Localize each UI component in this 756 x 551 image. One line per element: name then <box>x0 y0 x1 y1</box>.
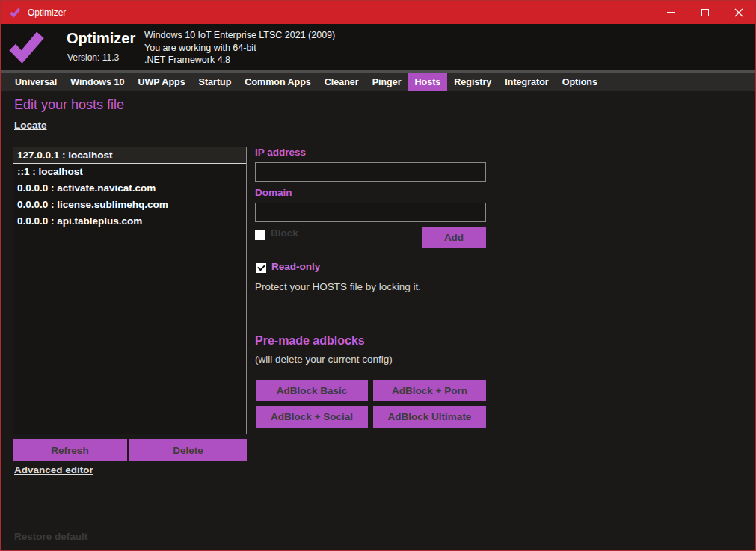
system-info-arch: You are working with 64-bit <box>144 42 335 55</box>
tab-universal[interactable]: Universal <box>8 73 64 91</box>
readonly-checkbox[interactable] <box>256 263 266 273</box>
refresh-button[interactable]: Refresh <box>13 439 127 461</box>
tab-integrator[interactable]: Integrator <box>498 73 555 91</box>
system-info-os: Windows 10 IoT Enterprise LTSC 2021 (200… <box>144 29 335 42</box>
window-title: Optimizer <box>28 7 66 18</box>
readonly-description: Protect your HOSTS file by locking it. <box>255 281 421 292</box>
close-button[interactable] <box>722 1 755 24</box>
list-item[interactable]: 0.0.0.0 : api.tableplus.com <box>13 213 246 230</box>
adblock-porn-button[interactable]: AdBlock + Porn <box>373 380 486 401</box>
list-item[interactable]: 127.0.0.1 : localhost <box>13 147 246 164</box>
ip-address-input[interactable] <box>255 162 486 182</box>
system-info: Windows 10 IoT Enterprise LTSC 2021 (200… <box>144 29 335 67</box>
adblock-basic-button[interactable]: AdBlock Basic <box>256 380 368 401</box>
list-item[interactable]: 0.0.0.0 : activate.navicat.com <box>13 180 246 197</box>
readonly-checkbox-label[interactable]: Read-only <box>271 261 320 272</box>
app-header: Optimizer Version: 11.3 Windows 10 IoT E… <box>1 24 755 70</box>
app-name: Optimizer <box>67 30 135 47</box>
close-icon <box>734 8 743 17</box>
system-info-dotnet: .NET Framework 4.8 <box>144 54 335 67</box>
tab-uwp-apps[interactable]: UWP Apps <box>131 73 191 91</box>
app-window: Optimizer Optimizer Version: 11.3 Window… <box>0 0 756 551</box>
tab-options[interactable]: Options <box>556 73 604 91</box>
minimize-button[interactable] <box>654 1 688 24</box>
maximize-button[interactable] <box>688 1 722 24</box>
locate-link[interactable]: Locate <box>14 120 47 131</box>
domain-label: Domain <box>255 187 292 198</box>
tab-windows-10[interactable]: Windows 10 <box>64 73 131 91</box>
adblocks-warning: (will delete your current config) <box>255 354 393 365</box>
add-button[interactable]: Add <box>422 227 486 248</box>
app-checkmark-icon <box>9 7 21 18</box>
hosts-panel: Edit your hosts file Locate 127.0.0.1 : … <box>1 91 755 551</box>
tab-cleaner[interactable]: Cleaner <box>318 73 366 91</box>
tab-common-apps[interactable]: Common Apps <box>238 73 317 91</box>
titlebar: Optimizer <box>1 1 755 24</box>
tab-registry[interactable]: Registry <box>447 73 498 91</box>
tab-bar: Universal Windows 10 UWP Apps Startup Co… <box>1 73 755 91</box>
hosts-entries-list[interactable]: 127.0.0.1 : localhost ::1 : localhost 0.… <box>13 147 247 434</box>
domain-input[interactable] <box>255 203 486 222</box>
maximize-icon <box>701 9 709 16</box>
block-checkbox-label[interactable]: Block <box>271 227 298 238</box>
advanced-editor-link[interactable]: Advanced editor <box>14 464 93 475</box>
adblock-ultimate-button[interactable]: AdBlock Ultimate <box>373 406 486 428</box>
list-item[interactable]: 0.0.0.0 : license.sublimehq.com <box>13 197 246 213</box>
app-logo-checkmark-icon <box>7 29 46 68</box>
block-checkbox[interactable] <box>255 230 265 240</box>
page-title: Edit your hosts file <box>14 97 124 113</box>
delete-button[interactable]: Delete <box>129 439 247 461</box>
ip-address-label: IP address <box>255 147 306 158</box>
list-item[interactable]: ::1 : localhost <box>13 164 246 180</box>
minimize-icon <box>667 12 675 13</box>
tab-pinger[interactable]: Pinger <box>366 73 408 91</box>
adblock-social-button[interactable]: AdBlock + Social <box>256 406 368 428</box>
restore-default-link[interactable]: Restore default <box>14 531 87 542</box>
adblocks-heading: Pre-made adblocks <box>255 334 365 348</box>
tab-hosts[interactable]: Hosts <box>408 73 448 91</box>
tab-startup[interactable]: Startup <box>192 73 239 91</box>
app-version: Version: 11.3 <box>67 52 119 63</box>
